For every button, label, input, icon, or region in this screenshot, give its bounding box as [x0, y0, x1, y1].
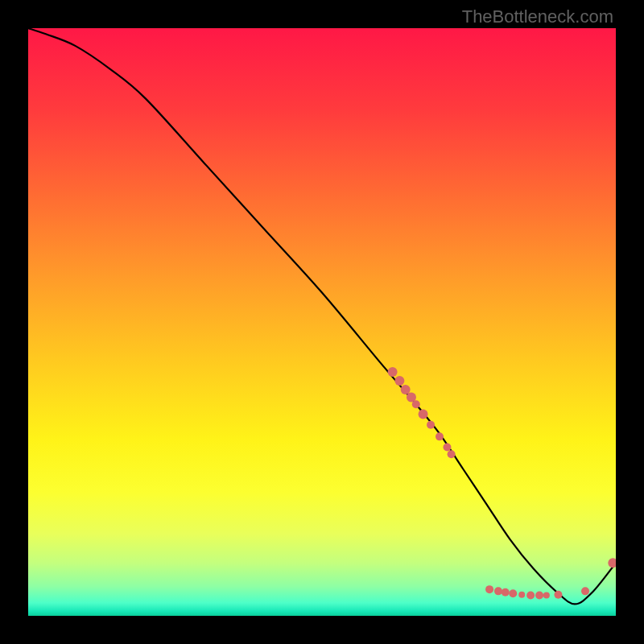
chart-marker [419, 410, 428, 419]
chart-background [28, 28, 616, 616]
chart-marker [436, 432, 444, 440]
chart-marker [412, 400, 420, 408]
chart-marker [394, 376, 404, 386]
chart-marker [509, 589, 517, 597]
chart-plot-area [28, 28, 616, 616]
chart-marker [535, 591, 543, 599]
chart-marker [485, 585, 493, 593]
chart-marker [502, 588, 510, 597]
chart-svg [28, 28, 616, 616]
chart-marker [448, 450, 456, 458]
chart-marker [543, 592, 550, 598]
chart-marker [427, 421, 435, 429]
chart-marker [526, 591, 535, 599]
chart-marker [554, 591, 562, 599]
chart-marker [443, 443, 451, 451]
chart-marker [494, 587, 502, 595]
chart-marker [388, 367, 398, 377]
chart-marker [581, 587, 589, 595]
chart-marker [518, 592, 525, 598]
chart-marker [401, 385, 411, 394]
attribution-text: TheBottleneck.com [462, 6, 613, 27]
